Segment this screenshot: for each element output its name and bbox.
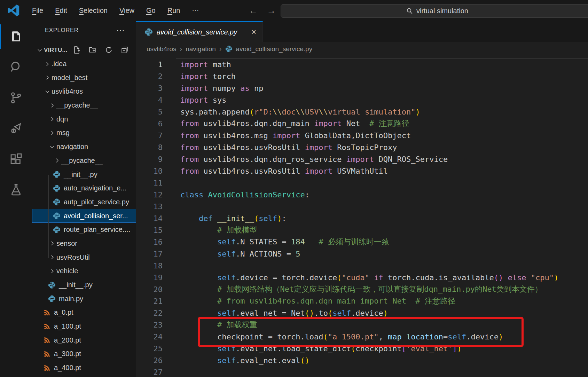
code-text: def __init__(self): [163,214,287,223]
code-line-9[interactable]: 9from usvlib4ros.dqn.dqn_ros_service imp… [136,153,588,165]
tree-item-dqn[interactable]: dqn [32,112,136,126]
tree-item-a-100-pt[interactable]: a_100.pt [32,320,136,333]
testing-activity-button[interactable] [0,174,32,205]
menu-run[interactable]: Run [163,5,185,17]
code-line-26[interactable]: 26 self.eval_net.eval() [136,354,588,366]
tree-item-idea[interactable]: .idea [32,57,136,71]
code-line-15[interactable]: 15 # 加载模型 [136,224,588,236]
code-line-3[interactable]: 3import numpy as np [136,82,588,94]
refresh-icon[interactable] [104,46,113,54]
code-line-5[interactable]: 5sys.path.append(r"D:\\doc\\USV\\virtual… [136,106,588,118]
code-line-6[interactable]: 6from usvlib4ros.dqn.dqn_main import Net… [136,118,588,129]
tree-item-a-400-pt[interactable]: a_400.pt [32,361,136,375]
pt-file-icon [43,364,51,372]
menu-more[interactable]: ⋯ [187,4,203,17]
pt-file-icon [43,350,51,358]
tree-item-init-py[interactable]: __init__.py [32,167,136,181]
testing-icon [9,182,23,197]
code-line-13[interactable]: 13 [136,201,588,212]
python-file-icon [53,184,61,192]
tree-item-label: auto_navigation_e... [64,184,126,192]
python-file-icon [48,281,56,289]
tree-item-avoid-collision-ser[interactable]: avoid_collision_ser... [32,209,136,223]
new-file-icon[interactable] [72,46,81,54]
breadcrumb-item[interactable]: navigation [186,45,216,53]
code-line-22[interactable]: 22 self.eval_net = Net().to(self.device) [136,307,588,319]
code-line-27[interactable]: 27 [136,366,588,377]
tree-item-init-py[interactable]: __init__.py [32,278,136,292]
code-line-17[interactable]: 17 self.N_ACTIONS = 5 [136,248,588,260]
tree-item-label: usvRosUtil [56,253,90,261]
search-icon [406,8,413,15]
code-line-12[interactable]: 12class AvoidCollisionService: [136,189,588,201]
tree-item-label: __pycache__ [61,157,103,165]
breadcrumb: usvlib4ros › navigation › avoid_collisio… [136,42,588,56]
tab-close-icon[interactable]: × [251,28,256,36]
run-debug-activity-button[interactable] [0,113,32,144]
tree-item-auto-navigation-e[interactable]: auto_navigation_e... [32,181,136,195]
code-line-19[interactable]: 19 self.device = torch.device("cuda" if … [136,272,588,283]
menu-view[interactable]: View [115,5,139,17]
chevron-right-icon: › [219,45,222,53]
code-line-20[interactable]: 20 # 加载网络结构（Net定义应与训练代码一致，可以直接复制dqn_main… [136,283,588,295]
new-folder-icon[interactable] [88,46,97,54]
code-line-10[interactable]: 10from usvlib4ros.usvRosUtil import USVM… [136,165,588,177]
tree-item-usvlib4ros[interactable]: usvlib4ros [32,85,136,99]
code-line-2[interactable]: 2import torch [136,70,588,82]
forward-arrow-icon[interactable]: → [267,5,276,16]
tree-item-label: __pycache__ [56,101,98,109]
tree-item-virtu[interactable]: VIRTU... [32,43,136,57]
tree-item-main-py[interactable]: main.py [32,292,136,306]
tree-item-route-plan-service[interactable]: route_plan_service.... [32,223,136,237]
tree-item-usvrosutil[interactable]: usvRosUtil [32,250,136,264]
tree-item-model-best[interactable]: model_best [32,71,136,85]
tree-item-a-0-pt[interactable]: a_0.pt [32,306,136,320]
code-editor[interactable]: 1import math2import torch3import numpy a… [136,56,588,377]
code-line-8[interactable]: 8from usvlib4ros.usvRosUtil import RosTo… [136,141,588,153]
tree-item-navigation[interactable]: navigation [32,140,136,154]
line-number: 10 [136,167,163,175]
tree-item-label: main.py [59,295,83,303]
vscode-logo-icon [7,4,20,17]
breadcrumb-item[interactable]: avoid_collision_service.py [236,45,313,53]
explorer-activity-button[interactable] [0,21,32,52]
tree-item-msg[interactable]: msg [32,126,136,140]
chevron-right-icon [43,73,52,82]
tree-item-vehicle[interactable]: vehicle [32,264,136,278]
code-line-1[interactable]: 1import math [136,58,588,70]
tree-item-sensor[interactable]: sensor [32,237,136,251]
search-input[interactable]: virtual simulation [281,4,588,18]
menu-selection[interactable]: Selection [75,5,112,17]
code-line-23[interactable]: 23 # 加载权重 [136,319,588,331]
collapse-all-icon[interactable] [120,46,129,54]
run-debug-icon [9,121,23,136]
extensions-activity-button[interactable] [0,144,32,174]
source-control-activity-button[interactable] [0,83,32,113]
code-line-14[interactable]: 14 def __init__(self): [136,212,588,224]
tree-item-pycache[interactable]: __pycache__ [32,154,136,168]
code-line-25[interactable]: 25 self.eval_net.load_state_dict(checkpo… [136,343,588,354]
tab-avoid-collision-service[interactable]: avoid_collision_service.py × [136,21,263,42]
explorer-more-actions-icon[interactable]: ⋯ [116,25,125,35]
tree-item-label: sensor [56,239,77,248]
search-activity-button[interactable] [0,52,32,83]
code-line-24[interactable]: 24 checkpoint = torch.load("a_1500.pt", … [136,331,588,343]
breadcrumb-item[interactable]: usvlib4ros [147,45,177,53]
code-line-4[interactable]: 4import sys [136,94,588,106]
menu-file[interactable]: File [28,5,48,17]
tree-item-autp-pilot-service-py[interactable]: autp_pilot_service.py [32,195,136,209]
tree-item-a-300-pt[interactable]: a_300.pt [32,347,136,361]
code-line-11[interactable]: 11 [136,177,588,189]
python-file-icon [53,171,61,178]
back-arrow-icon[interactable]: ← [249,5,258,16]
history-arrows: ← → [249,5,276,16]
code-line-16[interactable]: 16 self.N_STATES = 184 # 必须与训练时一致 [136,236,588,248]
menu-go[interactable]: Go [142,5,160,17]
tree-item-a-200-pt[interactable]: a_200.pt [32,333,136,347]
tree-item-pycache[interactable]: __pycache__ [32,99,136,112]
code-line-21[interactable]: 21 # from usvlib4ros.dqn.dqn_main import… [136,295,588,307]
line-number: 2 [136,72,163,81]
menu-edit[interactable]: Edit [50,5,71,17]
code-line-18[interactable]: 18 [136,260,588,272]
code-line-7[interactable]: 7from usvlib4ros.msg import GlobalData,D… [136,129,588,141]
